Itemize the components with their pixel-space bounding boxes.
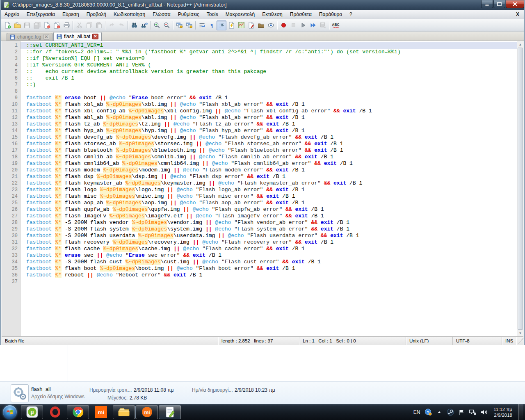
tab-change-log[interactable]: change.log ✕ xyxy=(7,33,52,41)
code-line-24[interactable]: fastboot %* flash misc %~dp0images\misc.… xyxy=(21,193,523,200)
spell-check-button[interactable]: ABC xyxy=(331,21,340,30)
code-line-34[interactable]: fastboot %* -S 200M flash cust %~dp0imag… xyxy=(21,259,523,265)
editor[interactable]: 1234567891011121314151617181920212223242… xyxy=(2,41,523,336)
word-wrap-button[interactable] xyxy=(197,21,207,30)
code-lines[interactable]: ::set CURRENT_ANTI_VER=1::for /f "tokens… xyxy=(21,41,523,336)
code-line-11[interactable]: fastboot %* flash xbl_config_ab %~dp0ima… xyxy=(21,108,523,114)
redo-button[interactable] xyxy=(116,21,126,30)
menu-item-10[interactable]: Πρόσθετα xyxy=(286,10,315,18)
code-line-30[interactable]: fastboot %* -S 200M flash userdata %~dp0… xyxy=(21,233,523,239)
menu-item-7[interactable]: Tools xyxy=(203,10,222,18)
show-desktop-button[interactable] xyxy=(518,404,523,420)
steam-icon[interactable] xyxy=(447,409,454,416)
code-line-15[interactable]: fastboot %* flash devcfg_ab %~dp0images\… xyxy=(21,134,523,141)
paste-button[interactable] xyxy=(94,21,104,30)
menu-item-2[interactable]: Εύρεση xyxy=(59,10,83,18)
macro-run-multiple-button[interactable] xyxy=(308,21,318,30)
menu-item-8[interactable]: Μακροεντολή xyxy=(222,10,258,18)
code-line-32[interactable]: fastboot %* flash cache %~dp0images\cach… xyxy=(21,246,523,252)
close-button[interactable] xyxy=(506,0,524,8)
code-line-21[interactable]: fastboot %* flash dsp %~dp0images\dsp.im… xyxy=(21,173,523,180)
volume-icon[interactable] xyxy=(480,409,487,416)
code-line-18[interactable]: fastboot %* flash cmnlib_ab %~dp0images\… xyxy=(21,154,523,160)
code-line-25[interactable]: fastboot %* flash aop_ab %~dp0images\aop… xyxy=(21,200,523,206)
close-document-x[interactable]: X xyxy=(511,11,524,18)
indent-guide-button[interactable] xyxy=(217,21,226,30)
code-line-29[interactable]: fastboot %* -S 200M flash system %~dp0im… xyxy=(21,226,523,233)
code-line-35[interactable]: fastboot %* flash boot %~dp0images\boot.… xyxy=(21,265,523,272)
taskbar-app-chrome[interactable] xyxy=(67,405,89,419)
menu-item-0[interactable]: Αρχείο xyxy=(1,10,23,18)
document-map-button[interactable] xyxy=(236,21,246,30)
taskbar-app-notepad-plus-plus[interactable] xyxy=(159,405,181,419)
code-line-28[interactable]: fastboot %* -S 200M flash vendor %~dp0im… xyxy=(21,219,523,226)
code-line-26[interactable]: fastboot %* flash qupfw_ab %~dp0images\q… xyxy=(21,206,523,213)
taskbar-app-opera[interactable] xyxy=(44,405,66,419)
taskbar-app-utorrent[interactable]: µ xyxy=(21,405,43,419)
code-line-22[interactable]: fastboot %* flash keymaster_ab %~dp0imag… xyxy=(21,180,523,187)
code-line-7[interactable]: ::) xyxy=(21,82,523,88)
tab-flash-all-bat[interactable]: flash_all.bat ✕ xyxy=(53,32,101,41)
document-switcher-button[interactable] xyxy=(246,21,256,30)
code-line-4[interactable]: ::if %version% GTR %CURRENT_ANTI_VER% ( xyxy=(21,62,523,68)
code-line-1[interactable]: ::set CURRENT_ANTI_VER=1 xyxy=(21,42,523,49)
tab-close-icon[interactable]: ✕ xyxy=(92,34,98,39)
macro-stop-button[interactable] xyxy=(288,21,298,30)
menu-item-11[interactable]: Παράθυρο xyxy=(315,10,346,18)
zoom-in-button[interactable] xyxy=(152,21,162,30)
open-file-button[interactable] xyxy=(12,21,22,30)
menu-item-5[interactable]: Γλώσσα xyxy=(149,10,174,18)
minimize-button[interactable] xyxy=(481,0,493,8)
copy-button[interactable] xyxy=(84,21,94,30)
show-all-characters-button[interactable]: ¶ xyxy=(207,21,217,30)
macro-play-button[interactable] xyxy=(298,21,308,30)
code-line-5[interactable]: :: echo current device antirollback vers… xyxy=(21,68,523,75)
code-line-6[interactable]: :: exit /B 1 xyxy=(21,75,523,82)
code-line-8[interactable] xyxy=(21,88,523,95)
help-update-icon[interactable]: ? xyxy=(425,409,432,416)
code-line-23[interactable]: fastboot %* flash logo %~dp0images\logo.… xyxy=(21,187,523,193)
code-line-33[interactable]: fastboot %* erase sec || @echo "Erase se… xyxy=(21,252,523,259)
macro-save-button[interactable] xyxy=(318,21,328,30)
code-line-17[interactable]: fastboot %* flash bluetooth %~dp0images\… xyxy=(21,147,523,154)
code-line-2[interactable]: ::for /f "tokens=2 delims=: " %%i in ('f… xyxy=(21,49,523,55)
menu-item-9[interactable]: Εκτέλεση xyxy=(258,10,286,18)
close-file-button[interactable] xyxy=(42,21,52,30)
code-line-37[interactable] xyxy=(21,278,523,285)
menu-item-6[interactable]: Ρυθμίσεις xyxy=(174,10,203,18)
code-line-14[interactable]: fastboot %* flash hyp_ab %~dp0images\hyp… xyxy=(21,128,523,134)
code-line-3[interactable]: ::if [%version%] EQU [] set version=0 xyxy=(21,55,523,62)
action-center-flag-icon[interactable] xyxy=(458,409,465,416)
language-indicator[interactable]: EN xyxy=(413,409,421,415)
resize-grip[interactable] xyxy=(518,337,523,345)
scroll-down-icon[interactable]: ▼ xyxy=(517,330,523,336)
network-icon[interactable] xyxy=(469,409,476,416)
print-button[interactable] xyxy=(62,21,71,30)
close-all-button[interactable] xyxy=(52,21,62,30)
maximize-button[interactable] xyxy=(493,0,505,8)
code-line-12[interactable]: fastboot %* flash abl_ab %~dp0images\abl… xyxy=(21,114,523,121)
scroll-up-icon[interactable]: ▲ xyxy=(517,41,523,48)
menu-item-1[interactable]: Επεξεργασία xyxy=(23,10,59,18)
taskbar-app-mi-suite[interactable]: mi xyxy=(136,405,158,419)
monitoring-button[interactable] xyxy=(266,21,276,30)
save-all-button[interactable] xyxy=(32,21,42,30)
vertical-scrollbar[interactable]: ▲ ▼ xyxy=(517,41,523,336)
scrollbar-thumb[interactable] xyxy=(518,48,523,330)
code-line-19[interactable]: fastboot %* flash cmnlib64_ab %~dp0image… xyxy=(21,160,523,167)
taskbar-app-windows-explorer[interactable] xyxy=(113,405,135,419)
macro-record-button[interactable] xyxy=(278,21,288,30)
taskbar-clock[interactable]: 11:12 πμ 2/9/2018 xyxy=(491,406,515,418)
code-line-20[interactable]: fastboot %* flash modem %~dp0images\mode… xyxy=(21,167,523,173)
code-line-27[interactable]: fastboot %* flash ImageFv %~dp0images\im… xyxy=(21,213,523,219)
sync-vertical-scroll-button[interactable] xyxy=(174,21,184,30)
menu-item-3[interactable]: Προβολή xyxy=(83,10,110,18)
undo-button[interactable] xyxy=(107,21,116,30)
menu-item-4[interactable]: Κωδικοποίηση xyxy=(110,10,149,18)
taskbar-app-miflash[interactable]: mi xyxy=(90,405,112,419)
find-button[interactable] xyxy=(129,21,139,30)
zoom-out-button[interactable] xyxy=(162,21,171,30)
cut-button[interactable] xyxy=(74,21,84,30)
show-hidden-icons-icon[interactable] xyxy=(436,409,443,416)
line-numbers[interactable]: 1234567891011121314151617181920212223242… xyxy=(2,41,21,336)
